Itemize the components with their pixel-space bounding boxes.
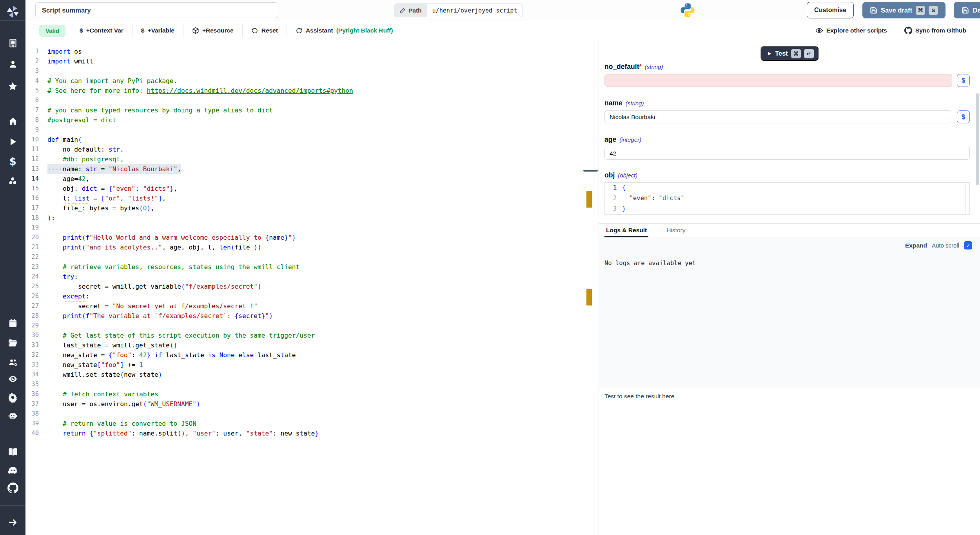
save-draft-button[interactable]: Save draft ⌘ S [862, 2, 946, 18]
code-line[interactable]: 9 [25, 125, 586, 135]
code-line[interactable]: 24 try: [25, 272, 586, 282]
sidebar-item-discord[interactable] [0, 461, 25, 479]
sync-from-github-button[interactable]: Sync from Github [904, 27, 966, 34]
sidebar-expand-arrow-icon[interactable] [0, 514, 25, 531]
explore-other-scripts-button[interactable]: Explore other scripts [815, 27, 887, 34]
field-name: no_default [604, 63, 639, 70]
code-line[interactable]: 28 print(f"The variable at `f/examples/s… [25, 311, 586, 321]
tab-history[interactable]: History [665, 224, 687, 237]
sidebar-item-docs[interactable] [0, 443, 25, 461]
code-line[interactable]: 34 wmill.set_state(new_state) [25, 370, 586, 380]
code-line[interactable]: 33 new_state["foo"] += 1 [25, 360, 586, 370]
sidebar-item-favorites[interactable] [0, 78, 25, 95]
code-token: # See here for more info: [47, 86, 147, 96]
code-line[interactable]: 27 secret = "No secret yet at f/examples… [25, 301, 586, 311]
insert-variable-button[interactable]: $ [957, 110, 970, 123]
code-line[interactable]: 30 # Get last state of this script execu… [25, 331, 586, 340]
sidebar-item-user[interactable] [0, 56, 25, 73]
code-token: ] [158, 193, 162, 203]
code-line[interactable]: 4# You can import any PyPi package. [25, 76, 586, 86]
variable-label: +Variable [147, 27, 174, 34]
path-value[interactable]: u/henri/overjoyed_script [427, 4, 523, 17]
sidebar-item-resources[interactable] [0, 172, 25, 190]
code-line[interactable]: 29 [25, 321, 586, 331]
code-line[interactable]: 5# See here for more info: https://docs.… [25, 86, 586, 96]
code-line[interactable]: 1{ [605, 183, 969, 193]
code-line[interactable]: 20 print(f"Hello World and a warm welcom… [25, 233, 586, 242]
sidebar-item-audit-logs[interactable] [0, 370, 25, 387]
code-line[interactable]: 19 [25, 223, 586, 233]
code-line[interactable]: 14 age=42, [25, 174, 586, 184]
add-context-var-button[interactable]: $ +Context Var [71, 27, 132, 34]
obj-json-editor[interactable]: 1{2 "even": "dicts"3} [604, 182, 970, 215]
panel-resize-handle[interactable] [583, 170, 598, 172]
code-line[interactable]: 16 l: list = ["or", "lists!"], [25, 193, 586, 203]
sidebar-item-runs[interactable] [0, 133, 25, 150]
sidebar-item-workspace[interactable] [0, 34, 25, 52]
sidebar-item-groups[interactable] [0, 354, 25, 371]
code-line[interactable]: 23 # retrieve variables, resources, stat… [25, 262, 586, 272]
line-number: 25 [25, 282, 39, 291]
code-line[interactable]: 2 "even": "dicts" [605, 193, 969, 204]
code-token: { [89, 428, 93, 438]
code-line[interactable]: 31 last_state = wmill.get_state() [25, 340, 586, 350]
sidebar-item-folders[interactable] [0, 334, 25, 351]
code-line[interactable]: 10def main( [25, 135, 586, 145]
code-line[interactable]: 8#postgresql = dict [25, 115, 586, 125]
code-line[interactable]: 7# you can use typed resources by doing … [25, 105, 586, 115]
assistant-button[interactable]: Assistant (Pyright Black Ruff) [287, 27, 401, 34]
code-line[interactable]: 11 no_default: str, [25, 145, 586, 154]
code-token: "and its acolytes.." [85, 242, 162, 252]
code-line[interactable]: 37 user = os.environ.get("WM_USERNAME") [25, 399, 586, 409]
expand-button[interactable]: Expand [905, 242, 927, 249]
test-button[interactable]: Test ⌘ ↵ [760, 46, 818, 61]
sidebar-item-github[interactable] [0, 479, 25, 497]
code-line[interactable]: 35 [25, 380, 586, 389]
code-line[interactable]: 17 file_: bytes = bytes(0), [25, 203, 586, 213]
code-line[interactable]: 38 [25, 409, 586, 419]
windmill-logo-icon[interactable] [0, 3, 25, 20]
code-token: # You can import any PyPi package. [47, 76, 177, 86]
code-token: , [151, 203, 154, 213]
name-input[interactable] [604, 110, 952, 123]
code-line[interactable]: 39 # return value is converted to JSON [25, 419, 586, 428]
code-editor[interactable]: 1import os2import wmill34# You can impor… [25, 41, 586, 535]
edit-path-button[interactable]: Path [394, 4, 427, 17]
add-resource-button[interactable]: +Resource [183, 27, 242, 34]
code-line[interactable]: 36 # fetch context variables [25, 389, 586, 399]
code-line[interactable]: 15 obj: dict = {"even": "dicts"}, [25, 184, 586, 193]
code-line[interactable]: 26 except: [25, 291, 586, 301]
age-input[interactable] [604, 147, 970, 160]
reset-button[interactable]: Reset [243, 27, 287, 34]
sidebar-item-schedules[interactable] [0, 314, 25, 332]
deploy-button[interactable]: Deploy [954, 2, 980, 18]
sidebar-item-ai-assistant[interactable] [0, 407, 25, 424]
customise-button[interactable]: Customise [807, 2, 854, 18]
sidebar-item-settings[interactable] [0, 389, 25, 406]
code-line[interactable]: 25 secret = wmill.get_variable("f/exampl… [25, 282, 586, 291]
sidebar-item-home[interactable] [0, 113, 25, 130]
code-line[interactable]: 22 [25, 252, 586, 262]
add-variable-button[interactable]: $ +Variable [132, 27, 183, 34]
code-token: def [47, 135, 59, 145]
code-line[interactable]: 13····name: str = "Nicolas Bourbaki", [25, 164, 586, 174]
script-summary-input[interactable] [35, 2, 278, 18]
code-line[interactable]: 18): [25, 213, 586, 223]
overview-ruler[interactable] [586, 41, 592, 535]
code-line[interactable]: 1import os [25, 47, 586, 56]
tab-logs-result[interactable]: Logs & Result [604, 224, 648, 237]
insert-variable-button[interactable]: $ [957, 74, 970, 87]
autoscroll-label: Auto scroll [932, 242, 959, 249]
code-line[interactable]: 32 new_state = {"foo": 42} if last_state… [25, 350, 586, 360]
code-line[interactable]: 12 #db: postgresql, [25, 154, 586, 164]
no-default-input[interactable] [604, 74, 952, 87]
code-line[interactable]: 40 return {"splitted": name.split(), "us… [25, 428, 586, 438]
sidebar-item-variables[interactable]: $ [0, 153, 25, 170]
arguments-scrollbar[interactable] [976, 93, 979, 185]
autoscroll-checkbox[interactable]: ✓ [964, 241, 972, 249]
code-line[interactable]: 6 [25, 96, 586, 105]
code-line[interactable]: 3} [605, 204, 969, 214]
code-line[interactable]: 3 [25, 66, 586, 76]
code-line[interactable]: 21 print("and its acolytes..", age, obj,… [25, 242, 586, 252]
code-line[interactable]: 2import wmill [25, 56, 586, 66]
